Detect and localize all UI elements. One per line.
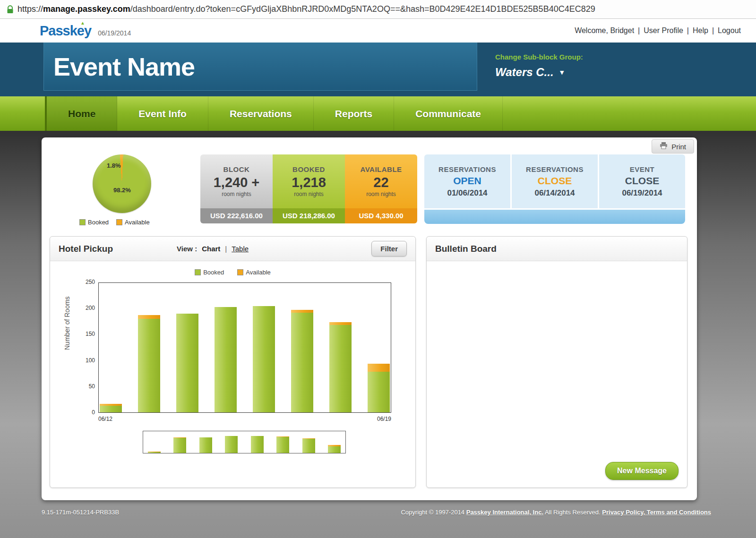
nav-tab-reports[interactable]: Reports xyxy=(314,96,394,131)
x-label-end: 06/19 xyxy=(377,416,391,422)
app-header: Passkey ▲ 06/19/2014 Welcome, Bridget | … xyxy=(0,19,756,43)
separator: | xyxy=(687,26,689,35)
view-chart-option[interactable]: Chart xyxy=(202,245,220,253)
plot-area: 050100150200250 xyxy=(98,282,391,413)
bar-06/13 xyxy=(173,437,186,453)
help-link[interactable]: Help xyxy=(693,26,708,35)
y-tick-150: 150 xyxy=(81,331,95,337)
range-navigator[interactable] xyxy=(143,431,346,453)
event-name-title: Event Name xyxy=(53,52,195,81)
dashboard-card: Print 1.8% 98.2% Booked Available BLOCK xyxy=(42,137,697,500)
nav-tab-communicate[interactable]: Communicate xyxy=(394,96,503,131)
event-name-panel: Event Name xyxy=(43,43,477,91)
version-text: 9.15-171m-051214-PRB33B xyxy=(42,509,119,516)
user-profile-link[interactable]: User Profile xyxy=(644,26,683,35)
bar-segment-available xyxy=(368,364,390,372)
view-table-option[interactable]: Table xyxy=(232,245,249,253)
y-axis-label: Number of Rooms xyxy=(63,296,71,350)
bar-segment-booked xyxy=(276,437,289,453)
kdate-status: OPEN xyxy=(453,175,481,187)
bar-segment-booked xyxy=(100,406,122,412)
y-tick-100: 100 xyxy=(81,357,95,364)
bars-container xyxy=(99,283,391,412)
print-button[interactable]: Print xyxy=(652,139,694,154)
logo-accent-icon: ▲ xyxy=(80,20,85,26)
pie-available-label: 1.8% xyxy=(107,162,121,169)
chart-legend-booked: Booked xyxy=(195,269,224,276)
summary-row: 1.8% 98.2% Booked Available BLOCK 1,240 … xyxy=(42,140,697,226)
bar-segment-booked xyxy=(173,438,186,453)
chart-legend-available: Available xyxy=(237,269,271,276)
hotel-pickup-chart: Booked Available Number of Rooms 0501001… xyxy=(50,261,415,453)
lock-icon xyxy=(7,5,14,14)
group-dropdown[interactable]: Waters C... ▾ xyxy=(495,66,583,79)
bar-06/12 xyxy=(100,404,122,412)
kdate-date: 06/19/2014 xyxy=(622,188,662,198)
url-text: https://manage.passkey.com/dashboard/ent… xyxy=(17,4,595,14)
panels-row: Hotel Pickup View : Chart | Table Filter… xyxy=(42,226,697,488)
kdate-title: RESERVATIONS xyxy=(526,165,584,173)
reservations-open-block: RESERVATIONS OPEN 01/06/2014 xyxy=(424,154,510,208)
sub-block-group-box: Change Sub-block Group: Waters C... ▾ xyxy=(495,53,583,79)
bar-06/13 xyxy=(138,315,160,412)
bar-06/15 xyxy=(225,436,238,453)
separator: | xyxy=(712,26,714,35)
stat-unit: room nights xyxy=(294,191,324,197)
nav-tab-reservations[interactable]: Reservations xyxy=(208,96,314,131)
stat-unit: room nights xyxy=(222,191,251,197)
url-scheme: https:// xyxy=(17,4,43,14)
kdate-status: CLOSE xyxy=(625,175,659,187)
bar-segment-booked xyxy=(199,437,212,453)
browser-url-bar[interactable]: https://manage.passkey.com/dashboard/ent… xyxy=(0,0,756,19)
bar-segment-booked xyxy=(328,446,341,453)
available-swatch-icon xyxy=(237,269,243,275)
printer-icon xyxy=(660,142,668,151)
bar-06/12 xyxy=(148,452,161,453)
booked-available-pie xyxy=(93,154,151,213)
bar-segment-booked xyxy=(215,307,237,412)
logout-link[interactable]: Logout xyxy=(718,26,741,35)
kdate-date: 01/06/2014 xyxy=(447,188,487,198)
bar-06/19 xyxy=(368,364,390,412)
nav-tab-home[interactable]: Home xyxy=(45,96,117,131)
stat-value: 1,218 xyxy=(292,175,326,190)
nav-tab-event-info[interactable]: Event Info xyxy=(117,96,208,131)
kdate-title: RESERVATIONS xyxy=(438,165,496,173)
pie-booked-label: 98.2% xyxy=(113,187,131,194)
bar-06/16 xyxy=(253,306,275,412)
filter-button[interactable]: Filter xyxy=(371,241,407,256)
chart-legend: Booked Available xyxy=(50,269,415,276)
x-axis-labels: 06/12 06/19 xyxy=(98,416,391,422)
y-tick-50: 50 xyxy=(81,383,95,390)
chevron-down-icon: ▾ xyxy=(560,68,564,77)
separator: | xyxy=(225,245,227,253)
bar-06/14 xyxy=(176,314,198,412)
main-nav: Home Event Info Reservations Reports Com… xyxy=(0,96,756,131)
hotel-pickup-header: Hotel Pickup View : Chart | Table Filter xyxy=(50,237,415,261)
header-links: Welcome, Bridget | User Profile | Help |… xyxy=(575,26,741,35)
page-footer: 9.15-171m-051214-PRB33B Copyright © 1997… xyxy=(0,509,756,516)
logo-wrap: Passkey ▲ 06/19/2014 xyxy=(40,23,131,39)
company-link[interactable]: Passkey International, Inc. xyxy=(466,509,543,516)
bar-segment-booked xyxy=(148,452,161,453)
header-date: 06/19/2014 xyxy=(98,29,131,37)
legend-available: Available xyxy=(116,219,150,226)
pie-chart: 1.8% 98.2% xyxy=(93,154,151,213)
stat-block-main: BLOCK 1,240 + room nights xyxy=(200,154,273,208)
new-message-button[interactable]: New Message xyxy=(605,462,679,480)
stat-unit: room nights xyxy=(366,191,396,197)
bar-segment-booked xyxy=(253,306,275,412)
bulletin-board-title: Bulletin Board xyxy=(435,244,497,254)
stat-title: BLOCK xyxy=(223,165,250,173)
stat-value: 22 xyxy=(373,175,388,190)
bar-06/17 xyxy=(291,310,313,412)
legal-link[interactable]: Privacy Policy, Terms and Conditions xyxy=(602,509,711,516)
bar-06/18 xyxy=(302,438,315,453)
bar-segment-booked xyxy=(368,372,390,412)
pie-section: 1.8% 98.2% Booked Available xyxy=(60,154,197,226)
y-tick-0: 0 xyxy=(81,409,95,416)
booked-swatch-icon xyxy=(195,269,201,275)
event-close-block: EVENT CLOSE 06/19/2014 xyxy=(599,154,685,208)
bar-06/19 xyxy=(328,445,341,453)
reservations-close-block: RESERVATIONS CLOSE 06/14/2014 xyxy=(512,154,598,208)
